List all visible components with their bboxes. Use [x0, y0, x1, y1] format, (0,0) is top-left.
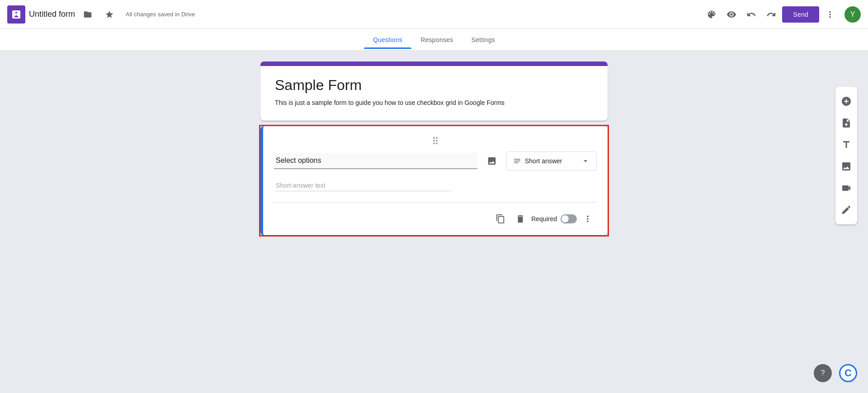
main-content: Sample Form This is just a sample form t… — [0, 51, 868, 393]
image-icon — [487, 156, 497, 166]
more-vert-icon — [583, 214, 593, 224]
header-left: Untitled form All changes saved in Drive — [7, 5, 703, 24]
short-answer-type-icon — [513, 157, 521, 165]
drag-handle — [274, 135, 597, 146]
form-header-card: Sample Form This is just a sample form t… — [260, 62, 608, 121]
undo-button[interactable] — [742, 5, 760, 24]
right-sidebar — [835, 87, 857, 224]
redo-icon — [766, 9, 776, 19]
copyright-badge: C — [839, 364, 857, 382]
add-video-button[interactable] — [835, 177, 857, 199]
card-divider — [274, 202, 597, 203]
section-icon — [841, 204, 852, 215]
add-image-sidebar-button[interactable] — [835, 156, 857, 177]
star-button[interactable] — [100, 5, 118, 24]
required-section: Required — [531, 214, 577, 223]
card-actions: Required — [274, 208, 597, 228]
dropdown-arrow-icon — [581, 156, 590, 166]
form-main-title: Sample Form — [275, 77, 593, 94]
image-sidebar-icon — [841, 161, 852, 172]
folder-icon — [83, 10, 92, 19]
question-type-dropdown[interactable]: Short answer — [506, 152, 597, 170]
video-icon — [841, 183, 852, 194]
add-image-to-question-button[interactable] — [483, 152, 501, 170]
tabs-bar: Questions Responses Settings — [0, 29, 868, 51]
short-answer-placeholder: Short-answer text — [276, 182, 451, 191]
folder-button[interactable] — [79, 5, 97, 24]
tab-settings[interactable]: Settings — [462, 31, 505, 49]
help-button[interactable]: ? — [814, 364, 832, 382]
copy-icon — [495, 214, 505, 224]
question-input-wrapper — [274, 153, 477, 169]
add-circle-icon — [841, 96, 852, 107]
form-description: This is just a sample form to guide you … — [275, 99, 593, 106]
header-right: Send Y — [703, 5, 861, 24]
question-more-button[interactable] — [579, 210, 597, 228]
question-card: Short answer Short-answer text — [260, 126, 608, 235]
question-card-wrapper: Short answer Short-answer text — [260, 126, 608, 235]
palette-icon — [707, 9, 717, 19]
duplicate-button[interactable] — [491, 210, 509, 228]
customize-button[interactable] — [703, 5, 721, 24]
question-type-label: Short answer — [525, 157, 577, 165]
app-icon — [7, 5, 25, 24]
more-options-button[interactable] — [821, 5, 839, 24]
avatar[interactable]: Y — [844, 6, 861, 23]
tab-questions[interactable]: Questions — [364, 31, 411, 49]
question-row: Short answer — [274, 152, 597, 170]
star-icon — [105, 10, 114, 19]
delete-button[interactable] — [511, 210, 529, 228]
required-label: Required — [531, 215, 557, 223]
add-section-button[interactable] — [835, 199, 857, 221]
import-icon — [841, 118, 852, 128]
header: Untitled form All changes saved in Drive — [0, 0, 868, 29]
title-icon — [841, 139, 852, 150]
delete-icon — [515, 214, 525, 224]
form-title: Untitled form — [29, 9, 75, 19]
saved-status: All changes saved in Drive — [126, 11, 195, 18]
send-button[interactable]: Send — [782, 6, 819, 23]
redo-button[interactable] — [762, 5, 780, 24]
required-toggle[interactable] — [561, 214, 577, 223]
add-title-button[interactable] — [835, 134, 857, 156]
drag-dots-icon — [430, 135, 441, 146]
import-questions-button[interactable] — [835, 112, 857, 134]
preview-button[interactable] — [722, 5, 741, 24]
form-container: Sample Form This is just a sample form t… — [260, 62, 608, 382]
tab-responses[interactable]: Responses — [411, 31, 462, 49]
undo-icon — [746, 9, 756, 19]
preview-icon — [726, 9, 736, 19]
more-vert-icon — [825, 9, 835, 19]
forms-icon — [11, 9, 22, 20]
question-input[interactable] — [274, 153, 477, 169]
add-question-button[interactable] — [835, 90, 857, 112]
short-answer-section: Short-answer text — [274, 181, 597, 191]
